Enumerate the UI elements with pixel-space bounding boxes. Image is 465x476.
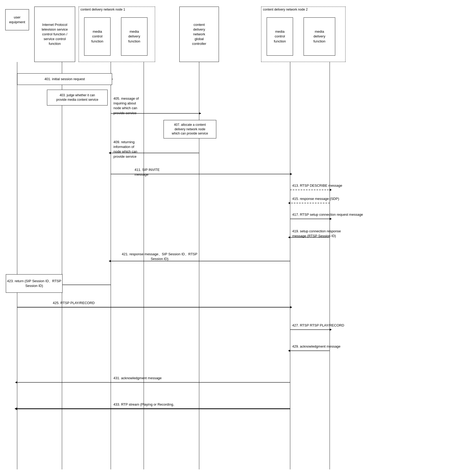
svg-marker-24 xyxy=(109,260,111,262)
msg-409-label: 409. returning information of node which… xyxy=(113,140,166,159)
msg-417-label: 417. RTSP setup connection request messa… xyxy=(292,212,374,217)
entity-cdn-gc: content delivery network global controll… xyxy=(179,7,219,62)
msg-427-label: 427. RTSP RTSP PLAY/RECORD xyxy=(292,323,369,328)
msg-421-label: 421. response message、SIP Session ID、RTS… xyxy=(113,252,206,261)
svg-marker-20 xyxy=(330,218,332,220)
msg-431-label: 431. acknowledgment message xyxy=(113,376,193,381)
arrows-svg xyxy=(0,0,465,476)
msg-419-label: 419. setup connection response message (… xyxy=(292,229,369,238)
msg-411-label: 411. SIP INVITE message xyxy=(135,167,187,177)
svg-marker-32 xyxy=(288,350,290,352)
entity-mdf1: media delivery function xyxy=(121,17,147,56)
svg-marker-10 xyxy=(199,112,201,114)
svg-marker-14 xyxy=(290,173,292,175)
msg-405-label: 405. message of inquiring about node whi… xyxy=(113,96,166,116)
msg-415-label: 415. response message (SDP) xyxy=(292,196,366,201)
msg-413-label: 413. RTSP DESCRIBE message xyxy=(292,183,366,188)
svg-marker-34 xyxy=(15,381,17,383)
entity-mdf2: media delivery function xyxy=(304,17,335,56)
entity-cdn-node2: content delivery network node 2 media co… xyxy=(261,7,346,62)
msg-425-label: 425. RTSP PLAY/RECORD xyxy=(53,301,132,305)
entity-user-equipment: user equipment xyxy=(5,9,29,30)
svg-marker-16 xyxy=(330,189,332,191)
entity-iptv-scf: Internet Protocol television service con… xyxy=(34,7,75,62)
msg-407-box: 407. allocate a content delivery network… xyxy=(164,120,216,138)
svg-marker-18 xyxy=(288,202,290,204)
msg-403-box: 403. judge whether it can provide media … xyxy=(47,90,108,105)
svg-marker-36 xyxy=(15,407,17,410)
diagram: user equipment Internet Protocol televis… xyxy=(0,0,465,476)
svg-marker-22 xyxy=(288,236,290,238)
entity-mcf2: media control function xyxy=(267,17,293,56)
msg-423-box: 423. return (SIP Session ID、RTSP Session… xyxy=(6,274,63,293)
entity-mcf1: media control function xyxy=(84,17,111,56)
msg-433-label: 433. RTP stream (Playing or Recording、 xyxy=(113,402,214,407)
msg-429-label: 429. acknowledgment message xyxy=(292,344,358,349)
svg-marker-30 xyxy=(330,329,332,331)
msg-401-box: 401. initial session request xyxy=(17,73,112,85)
entity-cdn-node1: content delivery network node 1 media co… xyxy=(79,7,155,62)
svg-marker-12 xyxy=(109,152,111,154)
svg-marker-28 xyxy=(290,306,292,308)
